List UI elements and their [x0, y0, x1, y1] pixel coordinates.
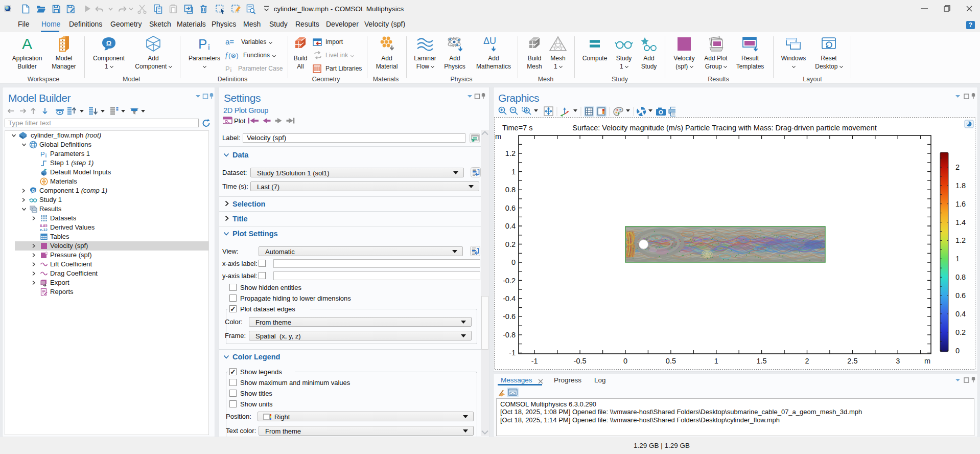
svg-text:cylinder_flow.mph - COMSOL Mul: cylinder_flow.mph - COMSOL Multiphysics: [274, 5, 404, 13]
svg-text:1.4: 1.4: [955, 218, 966, 226]
svg-text:1.2: 1.2: [955, 236, 966, 244]
svg-text:-1: -1: [509, 349, 516, 357]
svg-text:-0.2: -0.2: [503, 277, 516, 285]
svg-text:P¡: P¡: [40, 150, 47, 158]
svg-text:m: m: [495, 132, 501, 141]
svg-text:1.6: 1.6: [955, 200, 966, 208]
svg-text:-0.6: -0.6: [503, 312, 516, 321]
svg-text:P: P: [198, 36, 207, 52]
svg-text:0.8: 0.8: [955, 273, 966, 281]
svg-text:a=: a=: [225, 38, 234, 46]
svg-text:A: A: [22, 36, 32, 52]
svg-text:0.2: 0.2: [955, 328, 966, 336]
svg-text:1: 1: [955, 255, 960, 263]
svg-text:-0.5: -0.5: [574, 357, 587, 365]
svg-text:2: 2: [955, 163, 960, 171]
svg-text:0.6: 0.6: [955, 291, 966, 300]
svg-text:P¡: P¡: [225, 65, 232, 73]
svg-text:Time=7 s: Time=7 s: [502, 124, 533, 132]
svg-text:¡: ¡: [207, 41, 211, 51]
svg-text:Ω: Ω: [32, 189, 35, 192]
svg-text:0: 0: [511, 258, 516, 266]
svg-text:3: 3: [896, 357, 900, 365]
svg-text:1.2: 1.2: [505, 149, 516, 157]
svg-text:0.2: 0.2: [505, 240, 516, 248]
svg-text:Plot: Plot: [234, 117, 246, 125]
svg-text:-0.4: -0.4: [503, 294, 516, 303]
svg-text:m: m: [924, 357, 930, 365]
svg-text:0.6: 0.6: [505, 204, 516, 212]
svg-text:1.5: 1.5: [757, 357, 767, 365]
svg-text:Ω: Ω: [106, 39, 111, 47]
svg-text:0.4: 0.4: [955, 310, 966, 318]
svg-text:(⊗): (⊗): [228, 52, 239, 59]
svg-text:0.4: 0.4: [505, 222, 516, 230]
svg-text:1.8: 1.8: [955, 181, 966, 190]
svg-text:1: 1: [714, 357, 718, 365]
svg-text:0: 0: [955, 347, 960, 355]
svg-text:0.8: 0.8: [505, 186, 516, 194]
svg-text:e-12: e-12: [40, 228, 48, 232]
svg-text:ΔU: ΔU: [483, 36, 496, 46]
svg-text:2.5: 2.5: [847, 357, 857, 365]
svg-text:2: 2: [805, 357, 809, 365]
svg-text:0: 0: [623, 357, 627, 365]
svg-text:0.5: 0.5: [666, 357, 676, 365]
svg-text:1: 1: [511, 168, 516, 176]
svg-text:Surface: Velocity magnitude (m: Surface: Velocity magnitude (m/s) Partic…: [572, 124, 877, 132]
svg-text:-1: -1: [531, 357, 538, 365]
svg-text:-0.8: -0.8: [503, 331, 516, 339]
